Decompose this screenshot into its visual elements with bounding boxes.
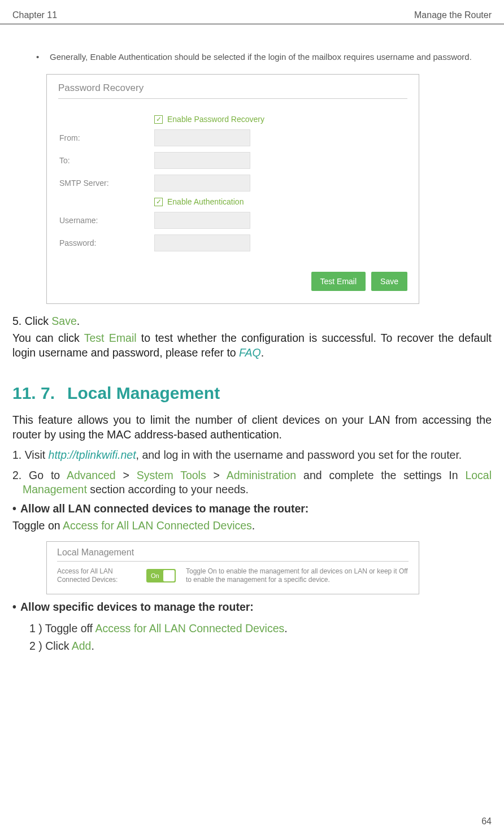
toggle-access-all[interactable]: On: [146, 569, 176, 582]
toggle-description: Toggle On to enable the management for a…: [186, 567, 409, 585]
toggle-state: On: [151, 572, 159, 579]
input-smtp[interactable]: [154, 175, 250, 192]
header-chapter: Chapter 11: [12, 10, 57, 20]
link-tplinkwifi[interactable]: http://tplinkwifi.net: [49, 449, 136, 461]
panel-title: Password Recovery: [58, 82, 407, 94]
link-faq[interactable]: FAQ: [239, 346, 261, 359]
step-5: 5. Click Save.: [12, 314, 492, 329]
note-bullet: • Generally, Enable Authentication shoul…: [36, 51, 492, 63]
label-smtp: SMTP Server:: [58, 179, 154, 188]
panel-title: Local Management: [57, 547, 409, 558]
checkbox-row-enable-recovery: ✓ Enable Password Recovery: [58, 115, 407, 124]
label-from: From:: [58, 133, 154, 142]
figure-password-recovery: Password Recovery ✓ Enable Password Reco…: [46, 74, 419, 304]
test-email-button[interactable]: Test Email: [311, 272, 366, 291]
toggle-knob: [163, 570, 175, 581]
note-text: Generally, Enable Authentication should …: [50, 51, 492, 63]
section-heading: 11. 7.Local Management: [12, 384, 492, 403]
section-title: Local Management: [67, 384, 220, 402]
step-1: 1. Visit http://tplinkwifi.net, and log …: [12, 448, 492, 463]
checkbox-label: Enable Password Recovery: [167, 115, 264, 124]
header-title: Manage the Router: [414, 10, 492, 20]
link-access-all-off: Access for All LAN Connected Devices: [95, 622, 284, 634]
checkbox-icon[interactable]: ✓: [154, 198, 163, 206]
save-button[interactable]: Save: [371, 272, 407, 291]
toggle-on-instruction: Toggle on Access for All LAN Connected D…: [12, 519, 492, 533]
section-intro: This feature allows you to limit the num…: [12, 413, 492, 442]
checkbox-label: Enable Authentication: [167, 197, 244, 206]
paragraph-test-email: You can click Test Email to test whether…: [12, 331, 492, 360]
divider: [57, 561, 409, 562]
label-access-all: Access for All LAN Connected Devices:: [57, 567, 136, 584]
label-username: Username:: [58, 216, 154, 225]
link-access-all: Access for All LAN Connected Devices: [63, 519, 252, 532]
bullet-dot-icon: •: [36, 51, 50, 63]
link-administration: Administration: [227, 469, 297, 481]
link-save: Save: [51, 315, 76, 327]
checkbox-row-enable-auth: ✓ Enable Authentication: [58, 197, 407, 206]
checkbox-icon[interactable]: ✓: [154, 115, 163, 124]
link-add: Add: [72, 640, 92, 652]
substep-1: 1 ) Toggle off Access for All LAN Connec…: [12, 620, 492, 637]
link-system-tools: System Tools: [137, 469, 206, 481]
label-to: To:: [58, 156, 154, 165]
input-password[interactable]: [154, 234, 250, 251]
link-test-email: Test Email: [84, 332, 137, 344]
substep-2: 2 ) Click Add.: [12, 638, 492, 654]
section-number: 11. 7.: [12, 384, 55, 402]
page-number: 64: [481, 816, 492, 827]
label-password: Password:: [58, 238, 154, 247]
input-from[interactable]: [154, 129, 250, 146]
link-advanced: Advanced: [67, 469, 116, 481]
figure-local-management: Local Management Access for All LAN Conn…: [46, 541, 419, 594]
step-2: 2. Go to Advanced > System Tools > Admin…: [12, 468, 492, 497]
bullet-allow-specific: • Allow specific devices to manage the r…: [12, 600, 492, 615]
divider: [58, 98, 407, 99]
input-username[interactable]: [154, 212, 250, 229]
input-to[interactable]: [154, 152, 250, 169]
bullet-allow-all: • Allow all LAN connected devices to man…: [12, 502, 492, 516]
